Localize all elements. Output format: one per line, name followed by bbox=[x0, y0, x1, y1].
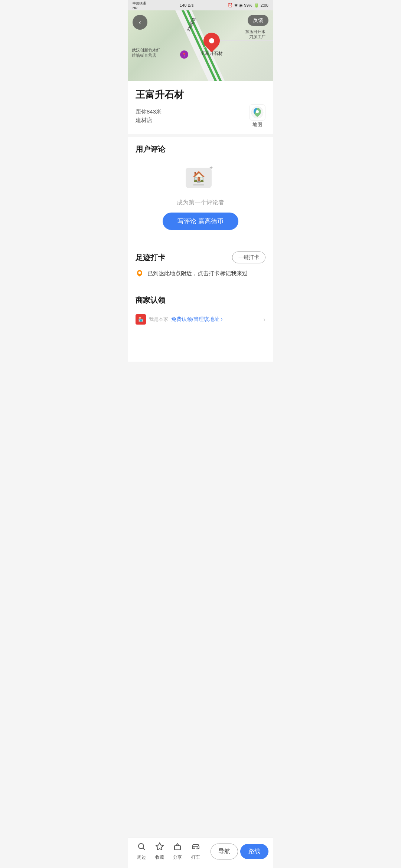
footprint-text: 已到达此地点附近，点击打卡标记我来过 bbox=[147, 270, 248, 277]
carrier-info: 中国联通 HD bbox=[133, 1, 146, 10]
empty-icon-line bbox=[193, 184, 204, 185]
empty-icon-emoji: 🏠 bbox=[192, 171, 205, 183]
place-distance: 距你843米 bbox=[136, 108, 162, 115]
map-poi-label1: 武汉创新竹木纤 维墙板直营店 bbox=[132, 47, 160, 58]
place-meta-left: 距你843米 建材店 bbox=[136, 108, 162, 124]
place-name: 王富升石材 bbox=[136, 88, 265, 101]
footprint-section: 足迹打卡 一键打卡 已到达此地点附近，点击打卡标记我来过 bbox=[128, 244, 273, 285]
map-marker-purple: 📍 bbox=[180, 50, 188, 59]
map-pin-circle bbox=[200, 29, 223, 52]
claim-arrow-icon: › bbox=[263, 316, 265, 323]
write-review-button[interactable]: 写评论 赢高德币 bbox=[163, 213, 238, 230]
gaode-map-icon bbox=[251, 106, 264, 119]
checkin-button[interactable]: 一键打卡 bbox=[232, 251, 265, 263]
place-type: 建材店 bbox=[136, 117, 162, 124]
back-button[interactable]: ‹ bbox=[133, 15, 147, 30]
alarm-icon: ⏰ bbox=[228, 3, 233, 8]
network-type: HD bbox=[133, 6, 146, 10]
map-icon-img bbox=[249, 104, 265, 121]
claim-icon: 🏪 bbox=[136, 314, 146, 325]
claim-link[interactable]: 免费认领/管理该地址 › bbox=[171, 316, 222, 323]
svg-point-1 bbox=[256, 110, 259, 113]
claim-preview-text: 我是本家 bbox=[149, 316, 168, 323]
empty-icon-box: 🏠 bbox=[186, 168, 212, 188]
map-pin: 王富升石材 bbox=[200, 33, 223, 57]
place-meta: 距你843米 建材店 地图 bbox=[136, 104, 265, 128]
battery-text: 99% bbox=[244, 3, 252, 7]
battery-icon: 🔋 bbox=[254, 3, 259, 8]
footprint-info: 已到达此地点附近，点击打卡标记我来过 bbox=[136, 269, 265, 277]
status-right: ⏰ ✱ ◉ 99% 🔋 2:08 bbox=[228, 3, 268, 8]
footprint-header: 足迹打卡 一键打卡 bbox=[136, 251, 265, 263]
carrier-name: 中国联通 bbox=[133, 1, 146, 6]
map-view[interactable]: 230国道 武汉创新竹木纤 维墙板直营店 东逸日升水 刀加工厂 📍 王富升石材 … bbox=[128, 10, 273, 85]
map-poi-label2: 东逸日升水 刀加工厂 bbox=[245, 29, 265, 40]
time-text: 2:08 bbox=[261, 3, 268, 7]
reviews-title: 用户评论 bbox=[136, 144, 265, 154]
reviews-empty-state: ✦ 🏠 成为第一个评论者 写评论 赢高德币 bbox=[136, 160, 265, 234]
map-icon-label: 地图 bbox=[252, 121, 262, 128]
claim-section: 商家认领 🏪 我是本家 免费认领/管理该地址 › › bbox=[128, 288, 273, 329]
signal-speed: 140 B/s bbox=[180, 3, 193, 7]
footprint-title: 足迹打卡 bbox=[136, 253, 165, 263]
feedback-button[interactable]: 反馈 bbox=[248, 15, 268, 26]
claim-preview[interactable]: 🏪 我是本家 免费认领/管理该地址 › › bbox=[136, 311, 265, 325]
reviews-section: 用户评论 ✦ 🏠 成为第一个评论者 写评论 赢高德币 bbox=[128, 137, 273, 241]
content-area: 王富升石材 距你843米 建材店 地图 用 bbox=[128, 81, 273, 362]
empty-state-text: 成为第一个评论者 bbox=[177, 199, 224, 207]
bluetooth-icon: ✱ bbox=[234, 3, 238, 8]
svg-point-3 bbox=[138, 272, 141, 274]
open-map-button[interactable]: 地图 bbox=[249, 104, 265, 128]
claim-title: 商家认领 bbox=[136, 295, 265, 305]
location-icon: ◉ bbox=[239, 3, 243, 8]
map-pin-inner bbox=[209, 38, 214, 43]
place-info-section: 王富升石材 距你843米 建材店 地图 bbox=[128, 81, 273, 137]
status-bar: 中国联通 HD 140 B/s ⏰ ✱ ◉ 99% 🔋 2:08 bbox=[128, 0, 273, 10]
location-pin-icon bbox=[136, 269, 144, 277]
speed-text: 140 B/s bbox=[180, 3, 193, 7]
empty-state-icon: ✦ 🏠 bbox=[186, 168, 215, 194]
